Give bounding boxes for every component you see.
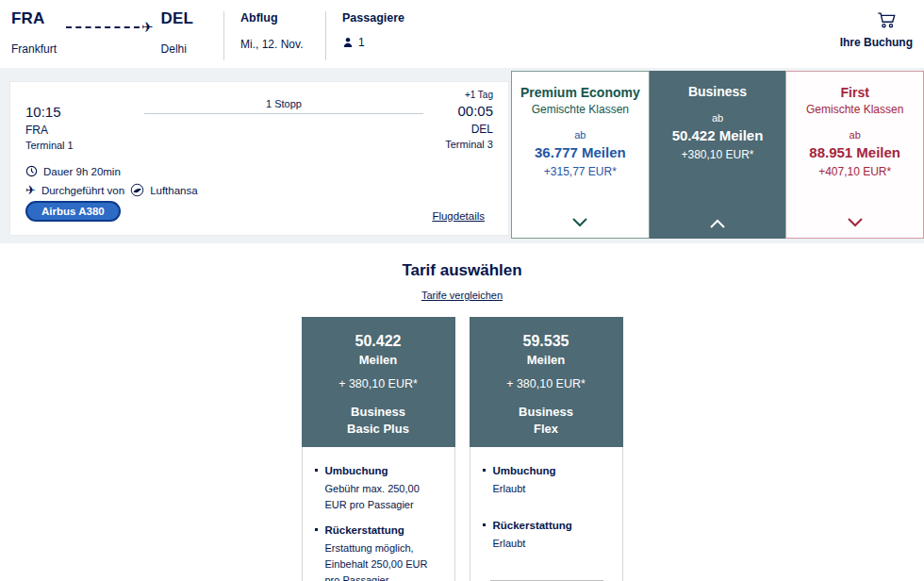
flight-results-section: 10:15 FRA Terminal 1 1 Stopp +1 Tag 00:0… bbox=[0, 68, 924, 243]
fare-miles: 50.422 bbox=[309, 333, 448, 350]
passengers-label: Passagiere bbox=[342, 11, 430, 25]
fare-features: Umbuchung Gebühr max. 250,00 EUR pro Pas… bbox=[302, 447, 455, 581]
flight-details-link[interactable]: Flugdetails bbox=[432, 210, 485, 222]
passengers-block[interactable]: Passagiere 1 bbox=[326, 9, 430, 49]
airplane-icon: ✈ bbox=[141, 19, 154, 36]
cabin-price: +407,10 EUR* bbox=[818, 165, 891, 178]
fare-name: Flex bbox=[477, 422, 616, 436]
fare-features: Umbuchung Erlaubt Rückerstattung Erlaubt bbox=[470, 447, 623, 581]
cabin-card-first[interactable]: First Gemischte Klassen ab 88.951 Meilen… bbox=[785, 71, 924, 239]
chevron-down-icon[interactable] bbox=[848, 218, 863, 227]
lufthansa-logo bbox=[130, 183, 144, 197]
fare-price: + 380,10 EUR* bbox=[477, 377, 616, 390]
cabin-name: Premium Economy bbox=[520, 85, 640, 100]
arrival-terminal: Terminal 3 bbox=[445, 139, 493, 150]
chevron-up-icon[interactable] bbox=[710, 219, 725, 228]
fare-card-business-basic-plus: 50.422 Meilen + 380,10 EUR* Business Bas… bbox=[302, 317, 455, 581]
cabin-miles: 50.422 Meilen bbox=[672, 127, 764, 143]
tariff-title: Tarif auswählen bbox=[0, 261, 924, 280]
stops-label: 1 Stopp bbox=[142, 98, 425, 109]
fare-price: + 380,10 EUR* bbox=[309, 377, 448, 390]
feature-title: Rückerstattung bbox=[325, 523, 444, 539]
booking-page: FRA Frankfurt ✈ DEL Delhi Abflug Mi., 12… bbox=[0, 0, 924, 581]
feature-description: Gebühr max. 250,00 EUR pro Passagier bbox=[325, 481, 444, 513]
departure-date: Mi., 12. Nov. bbox=[240, 38, 325, 51]
cart-icon bbox=[875, 9, 898, 30]
cabin-subtitle: Gemischte Klassen bbox=[806, 103, 903, 116]
chevron-down-icon[interactable] bbox=[572, 218, 587, 227]
fare-feature: Umbuchung Gebühr max. 250,00 EUR pro Pas… bbox=[315, 463, 444, 513]
booking-summary-bar: FRA Frankfurt ✈ DEL Delhi Abflug Mi., 12… bbox=[0, 0, 924, 68]
fare-select-button[interactable]: 50.422 Meilen + 380,10 EUR* Business Bas… bbox=[302, 317, 455, 447]
arrival-airport: DEL bbox=[445, 123, 493, 136]
fare-card-business-flex: 59.535 Meilen + 380,10 EUR* Business Fle… bbox=[470, 317, 623, 581]
passenger-icon bbox=[342, 37, 354, 48]
fare-feature: Rückerstattung Erstattung möglich, Einbe… bbox=[315, 523, 444, 581]
feature-description: Erstattung möglich, Einbehalt 250,00 EUR… bbox=[325, 540, 444, 581]
operated-by-text: Durchgeführt von bbox=[41, 185, 124, 196]
fare-miles-label: Meilen bbox=[309, 353, 448, 367]
origin-code: FRA bbox=[11, 9, 57, 28]
from-label: ab bbox=[712, 112, 723, 124]
cabin-price: +380,10 EUR* bbox=[681, 148, 753, 161]
feature-description: Erlaubt bbox=[493, 536, 612, 552]
cabin-name: Business bbox=[688, 84, 747, 99]
departure-info: 10:15 FRA Terminal 1 bbox=[25, 104, 74, 151]
feature-title: Rückerstattung bbox=[493, 518, 612, 534]
destination-block: DEL Delhi bbox=[161, 9, 194, 56]
cabin-miles: 36.777 Meilen bbox=[535, 144, 626, 160]
destination-code: DEL bbox=[161, 9, 194, 28]
feature-description: Erlaubt bbox=[493, 481, 612, 497]
passenger-count: 1 bbox=[358, 36, 365, 49]
origin-city: Frankfurt bbox=[11, 42, 57, 56]
cabin-class-selector: Premium Economy Gemischte Klassen ab 36.… bbox=[511, 71, 924, 239]
clock-icon bbox=[25, 165, 38, 177]
destination-city: Delhi bbox=[161, 42, 194, 56]
cabin-subtitle: Gemischte Klassen bbox=[532, 103, 629, 116]
fare-feature: Rückerstattung Erlaubt bbox=[483, 518, 612, 563]
duration-row: Dauer 9h 20min bbox=[25, 165, 121, 177]
cabin-miles: 88.951 Meilen bbox=[809, 144, 900, 160]
duration-text: Dauer 9h 20min bbox=[43, 166, 121, 177]
departure-airport: FRA bbox=[25, 124, 74, 137]
cabin-name: First bbox=[841, 85, 869, 100]
feature-title: Umbuchung bbox=[325, 463, 444, 479]
fare-miles: 59.535 bbox=[477, 333, 616, 350]
departure-label: Abflug bbox=[240, 11, 325, 25]
operated-airplane-icon: ✈ bbox=[25, 183, 36, 197]
cart-button[interactable]: Ihre Buchung bbox=[840, 9, 915, 49]
carrier-name: Lufthansa bbox=[150, 185, 198, 196]
aircraft-badge: Airbus A380 bbox=[25, 201, 121, 222]
departure-time: 10:15 bbox=[25, 104, 74, 120]
fare-select-button[interactable]: 59.535 Meilen + 380,10 EUR* Business Fle… bbox=[470, 317, 623, 447]
connection-line bbox=[144, 113, 423, 114]
flight-card: 10:15 FRA Terminal 1 1 Stopp +1 Tag 00:0… bbox=[9, 81, 509, 236]
route-dashed-line bbox=[66, 26, 140, 28]
cabin-card-business[interactable]: Business ab 50.422 Meilen +380,10 EUR* bbox=[650, 71, 786, 239]
fare-miles-label: Meilen bbox=[477, 353, 616, 367]
fare-options: 50.422 Meilen + 380,10 EUR* Business Bas… bbox=[0, 317, 924, 581]
cabin-card-premium-economy[interactable]: Premium Economy Gemischte Klassen ab 36.… bbox=[511, 71, 650, 239]
from-label: ab bbox=[574, 129, 586, 141]
arrival-time: 00:05 bbox=[445, 103, 493, 119]
compare-tariffs-link[interactable]: Tarife vergleichen bbox=[421, 290, 503, 301]
tariff-section: Tarif auswählen Tarife vergleichen 50.42… bbox=[0, 243, 924, 581]
departure-date-block[interactable]: Abflug Mi., 12. Nov. bbox=[224, 9, 325, 51]
origin-block: FRA Frankfurt bbox=[11, 9, 57, 56]
fare-feature: Umbuchung Erlaubt bbox=[483, 463, 612, 508]
route-summary[interactable]: FRA Frankfurt ✈ DEL Delhi bbox=[11, 9, 223, 56]
fare-cabin: Business bbox=[309, 405, 448, 419]
operated-by-row: ✈ Durchgeführt von Lufthansa bbox=[25, 183, 198, 197]
fare-name: Basic Plus bbox=[309, 422, 448, 436]
cabin-price: +315,77 EUR* bbox=[544, 165, 617, 178]
departure-terminal: Terminal 1 bbox=[25, 140, 74, 151]
cart-label: Ihre Buchung bbox=[840, 36, 913, 49]
from-label: ab bbox=[850, 129, 861, 141]
arrival-info: +1 Tag 00:05 DEL Terminal 3 bbox=[445, 90, 493, 150]
feature-title: Umbuchung bbox=[493, 463, 612, 479]
fare-cabin: Business bbox=[477, 405, 616, 419]
route-line: ✈ bbox=[66, 19, 154, 36]
next-day-indicator: +1 Tag bbox=[445, 90, 493, 100]
